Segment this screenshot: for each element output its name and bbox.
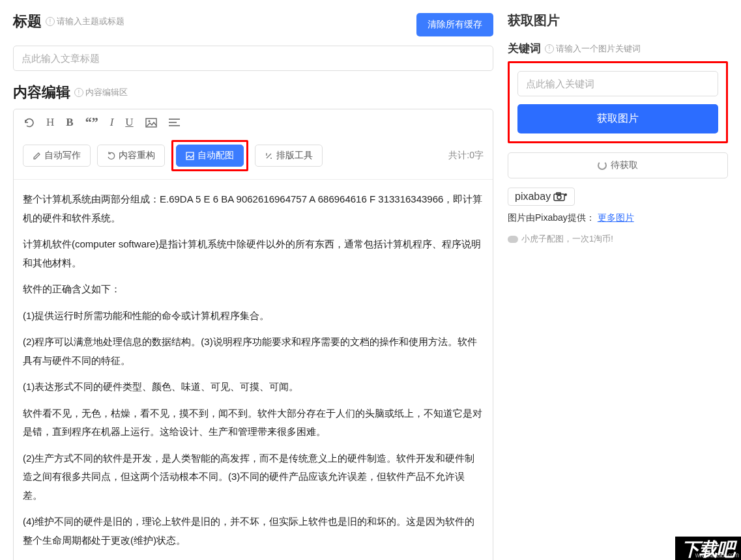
info-icon: !	[545, 44, 554, 53]
svg-point-9	[564, 193, 567, 196]
content-section-label: 内容编辑	[13, 83, 70, 102]
auto-write-button[interactable]: 自动写作	[23, 145, 91, 167]
paragraph: (1)提供运行时所需功能和性能的命令或计算机程序集合。	[23, 307, 484, 326]
paragraph: 软件看不见，无色，枯燥，看不见，摸不到，闻不到。软件大部分存在于人们的头脑或纸上…	[23, 404, 484, 441]
align-icon[interactable]	[169, 118, 180, 127]
format-toolbar: H B “” I U	[14, 109, 493, 136]
camera-icon	[553, 192, 568, 201]
pending-status: 待获取	[508, 152, 728, 178]
pencil-icon	[33, 152, 41, 160]
more-images-link[interactable]: 更多图片	[598, 212, 634, 223]
svg-point-7	[557, 195, 561, 199]
editor-content[interactable]: 整个计算机系统由两部分组成：E.69DA 5 E 6 BA 9062616964…	[14, 180, 493, 560]
bold-icon[interactable]: B	[66, 116, 73, 129]
paragraph: 整个计算机系统由两部分组成：E.69DA 5 E 6 BA 9062616964…	[23, 190, 484, 227]
keyword-input[interactable]	[517, 71, 718, 96]
paragraph: 软件的正确含义如下：	[23, 280, 484, 299]
italic-icon[interactable]: I	[110, 116, 114, 129]
content-reconstruct-button[interactable]: 内容重构	[97, 145, 165, 167]
image-credit: 图片由Pixabay提供： 更多图片	[508, 212, 728, 224]
info-icon: !	[46, 17, 55, 26]
quote-icon[interactable]: “”	[85, 119, 98, 126]
keyword-header: 关键词 ! 请输入一个图片关键词	[508, 41, 728, 56]
word-count: 共计:0字	[448, 150, 484, 161]
underline-icon[interactable]: U	[125, 116, 133, 129]
content-hint: ! 内容编辑区	[74, 87, 128, 98]
action-toolbar: 自动写作 内容重构 自动配图 排版工具 共计:0字	[14, 136, 493, 180]
image-icon[interactable]	[145, 118, 157, 128]
wand-icon	[265, 152, 273, 160]
layout-tool-button[interactable]: 排版工具	[255, 145, 323, 167]
loading-icon	[598, 161, 607, 170]
heading-icon[interactable]: H	[46, 116, 54, 129]
pixabay-badge: pixabay	[508, 188, 575, 206]
editor-box: H B “” I U 自动写作 内容重	[13, 109, 493, 560]
article-title-input[interactable]	[13, 46, 493, 71]
fetch-image-button[interactable]: 获取图片	[517, 104, 718, 133]
info-icon: !	[74, 88, 83, 97]
image-fetch-column: 获取图片 关键词 ! 请输入一个图片关键词 获取图片 待获取 pixabay	[508, 12, 728, 548]
paragraph: (4)维护不同的硬件是旧的，理论上软件是旧的，并不坏，但实际上软件也是旧的和坏的…	[23, 512, 484, 550]
auto-image-button[interactable]: 自动配图	[176, 145, 244, 167]
paragraph: (2)程序可以满意地处理信息的数据结构。(3)说明程序功能要求和程序需要的文档的…	[23, 333, 484, 370]
fetch-image-title: 获取图片	[508, 12, 728, 29]
keyword-highlight-box: 获取图片	[508, 61, 728, 143]
picture-icon	[186, 152, 194, 160]
watermark: 下载吧 www.xiazaiba.com	[675, 537, 741, 560]
undo-icon[interactable]	[23, 117, 35, 128]
title-hint: ! 请输入主题或标题	[46, 16, 124, 27]
title-section-label: 标题	[13, 12, 42, 31]
auto-image-highlight: 自动配图	[171, 140, 248, 171]
paragraph: (2)生产方式不同的软件是开发，是人类智能的高发挥，而不是传统意义上的硬件制造。…	[23, 449, 484, 505]
paragraph: 计算机软件(computer software)是指计算机系统中除硬件以外的所有…	[23, 235, 484, 272]
main-editor-column: 标题 ! 请输入主题或标题 清除所有缓存 内容编辑 ! 内容编辑区	[13, 12, 493, 548]
watermark-url: www.xiazaiba.com	[695, 552, 738, 559]
keyword-label: 关键词	[508, 41, 541, 56]
paragraph: (1)表达形式不同的硬件类型、颜色、味道、可见、可摸、可闻。	[23, 378, 484, 397]
svg-point-1	[148, 120, 150, 122]
title-header-row: 标题 ! 请输入主题或标题 清除所有缓存	[13, 12, 493, 38]
refresh-icon	[107, 152, 115, 160]
cloud-icon	[508, 236, 518, 243]
clear-cache-button[interactable]: 清除所有缓存	[416, 13, 493, 36]
keyword-hint: ! 请输入一个图片关键词	[545, 43, 641, 55]
footer-note: 小虎子配图，一次1淘币!	[508, 233, 728, 245]
